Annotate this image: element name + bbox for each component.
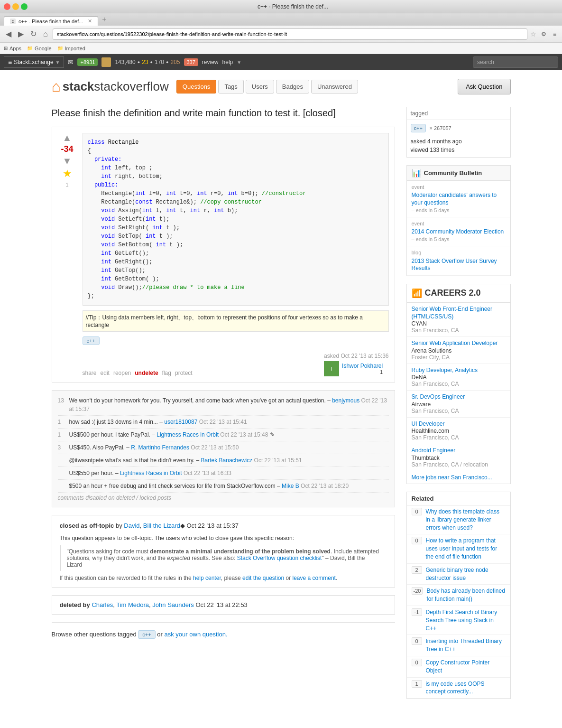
minimize-window-button[interactable] xyxy=(12,3,19,10)
reopen-link[interactable]: reopen xyxy=(113,370,131,376)
related-link-6[interactable]: Inserting into Threaded Binary Tree in C… xyxy=(426,637,506,653)
browse-cpp-tag[interactable]: c++ xyxy=(138,630,155,639)
comment-vote-2: 1 xyxy=(58,418,65,426)
closer-david[interactable]: David xyxy=(124,522,139,529)
tab-label: c++ - Please finish the def... xyxy=(18,19,83,24)
bookmark-star-button[interactable]: ☆ xyxy=(530,30,536,38)
address-bar[interactable] xyxy=(53,28,527,40)
review-link[interactable]: review xyxy=(202,59,219,65)
chevron-down-icon: ▼ xyxy=(55,60,60,65)
vote-up-button[interactable]: ▲ xyxy=(63,133,72,142)
nav-users[interactable]: Users xyxy=(246,80,274,93)
stackexchange-nav[interactable]: ≡ StackExchange ▼ xyxy=(4,56,64,68)
careers-job-link-6[interactable]: Android Engineer xyxy=(412,447,506,455)
comment-text-2: how sad :( just 13 downs in 4 min... – u… xyxy=(69,418,389,426)
meta-actions: share edit reopen undelete flag protect xyxy=(83,370,193,376)
comment-5: @itwasntpete what's sad is that he didn'… xyxy=(58,454,389,467)
bookmarks-bar: ⊞ Apps 📁 Google 📁 Imported xyxy=(0,43,562,54)
envelope-icon[interactable]: ✉ xyxy=(68,58,74,66)
nav-tags[interactable]: Tags xyxy=(218,80,243,93)
deleter-tim[interactable]: Tim Medora xyxy=(116,601,149,608)
careers-job-link-5[interactable]: UI Developer xyxy=(412,420,506,428)
tab-favicon: c xyxy=(10,19,16,24)
maximize-window-button[interactable] xyxy=(21,3,28,10)
nav-questions[interactable]: Questions xyxy=(176,80,217,93)
question-tag[interactable]: c++ xyxy=(83,336,100,345)
careers-job-link-2[interactable]: Senior Web Application Developer xyxy=(412,340,506,347)
bulletin-link-2[interactable]: 2014 Community Moderator Election xyxy=(412,228,506,236)
nav-badges[interactable]: Badges xyxy=(276,80,309,93)
leave-comment-link[interactable]: leave a comment xyxy=(293,575,336,581)
browser-tab-active[interactable]: c c++ - Please finish the def... ✕ xyxy=(4,16,98,26)
ask-question-button[interactable]: Ask Question xyxy=(458,79,510,94)
comment-user-6[interactable]: Lightness Races in Orbit xyxy=(120,470,182,476)
diamond-icon: ◆ xyxy=(180,522,185,529)
careers-job-link-1[interactable]: Senior Web Front-End Engineer (HTML/CSS/… xyxy=(412,306,506,320)
comment-user[interactable]: benjymous xyxy=(332,397,359,404)
close-window-button[interactable] xyxy=(4,3,10,10)
related-score-6: 0 xyxy=(412,637,422,645)
main-nav: Questions Tags Users Badges Unanswered xyxy=(176,80,358,93)
comment-user-5[interactable]: Bartek Banachewicz xyxy=(201,457,253,464)
tab-close-icon[interactable]: ✕ xyxy=(88,18,92,24)
deleter-charles[interactable]: Charles xyxy=(92,601,113,608)
user-avatar[interactable] xyxy=(101,57,111,67)
reload-button[interactable]: ↻ xyxy=(28,28,38,39)
share-link[interactable]: share xyxy=(83,370,97,376)
edit-link[interactable]: edit xyxy=(101,370,110,376)
related-link-7[interactable]: Copy Constructor Pointer Object xyxy=(426,659,506,675)
related-link-2[interactable]: How to write a program that uses user in… xyxy=(426,537,506,560)
deleted-notice-text: deleted by Charles, Tim Medora, John Sau… xyxy=(60,601,387,608)
undelete-link[interactable]: undelete xyxy=(135,370,158,376)
help-link[interactable]: help xyxy=(222,59,233,65)
flag-link[interactable]: flag xyxy=(162,370,171,376)
comment-user-7[interactable]: Mike B xyxy=(282,483,299,489)
favorite-count: 1 xyxy=(65,182,68,187)
menu-button[interactable]: ≡ xyxy=(551,30,558,38)
protect-link[interactable]: protect xyxy=(175,370,193,376)
related-link-8[interactable]: is my code uses OOPS concept correctly..… xyxy=(426,680,506,696)
bulletin-link-1[interactable]: Moderator candidates' answers to your qu… xyxy=(412,192,506,206)
edit-question-link[interactable]: edit the question xyxy=(242,575,284,581)
comment-6: US$550 per hour. – Lightness Races in Or… xyxy=(58,467,389,480)
closer-bill[interactable]: Bill the Lizard xyxy=(143,522,180,529)
related-score-3: 2 xyxy=(412,566,422,574)
question-title: Please finish the definition and write m… xyxy=(52,107,395,119)
bookmark-google[interactable]: 📁 Google xyxy=(27,46,51,51)
new-tab-button[interactable]: + xyxy=(98,13,110,26)
browse-tags-text: Browse other questions tagged xyxy=(52,631,137,638)
home-button[interactable]: ⌂ xyxy=(41,29,50,39)
bulletin-link-3[interactable]: 2013 Stack Overflow User Survey Results xyxy=(412,258,506,272)
closed-notice-text: closed as off-topic by David, Bill the L… xyxy=(60,521,387,531)
sidebar-tag[interactable]: c++ xyxy=(411,124,426,132)
favorite-button[interactable]: ★ xyxy=(63,168,72,180)
comment-user-2[interactable]: user1810087 xyxy=(164,419,197,425)
related-link-1[interactable]: Why does this template class in a librar… xyxy=(426,508,506,532)
extensions-button[interactable]: ⚙ xyxy=(539,30,548,38)
site-logo[interactable]: ⌂ stackstackoverflow xyxy=(52,78,169,95)
search-input[interactable] xyxy=(473,56,558,68)
ask-own-question-link[interactable]: ask your own question. xyxy=(165,631,228,638)
related-link-5[interactable]: Depth First Search of Binary Search Tree… xyxy=(426,608,506,632)
user-name[interactable]: Ishwor Pokharel xyxy=(342,363,383,369)
nav-unanswered[interactable]: Unanswered xyxy=(311,80,358,93)
careers-job-link-3[interactable]: Ruby Developer, Analytics xyxy=(412,367,506,374)
careers-more-link[interactable]: More jobs near San Francisco... xyxy=(407,471,510,484)
careers-job-link-4[interactable]: Sr. DevOps Engineer xyxy=(412,393,506,401)
bookmark-imported[interactable]: 📁 Imported xyxy=(57,46,85,51)
help-center-link[interactable]: help center xyxy=(193,575,221,581)
bookmark-apps[interactable]: ⊞ Apps xyxy=(4,46,21,51)
deleted-notice: deleted by Charles, Tim Medora, John Sau… xyxy=(52,595,395,615)
vote-down-button[interactable]: ▼ xyxy=(63,156,72,166)
browse-tags-or: or xyxy=(157,631,163,638)
forward-button[interactable]: ▶ xyxy=(16,28,26,39)
related-link-3[interactable]: Generic binary tree node destructor issu… xyxy=(426,566,506,582)
careers-box: 📶 CAREERS 2.0 Senior Web Front-End Engin… xyxy=(406,284,511,484)
deleter-john[interactable]: John Saunders xyxy=(152,601,193,608)
related-link-4[interactable]: Body has already been defined for functi… xyxy=(426,587,505,603)
back-button[interactable]: ◀ xyxy=(4,28,13,39)
related-score-4: -20 xyxy=(412,587,423,595)
comment-user-3[interactable]: Lightness Races in Orbit xyxy=(157,431,219,438)
comment-user-4[interactable]: R. Martinho Fernandes xyxy=(131,444,189,451)
checklist-link[interactable]: Stack Overflow question checklist xyxy=(237,555,322,561)
